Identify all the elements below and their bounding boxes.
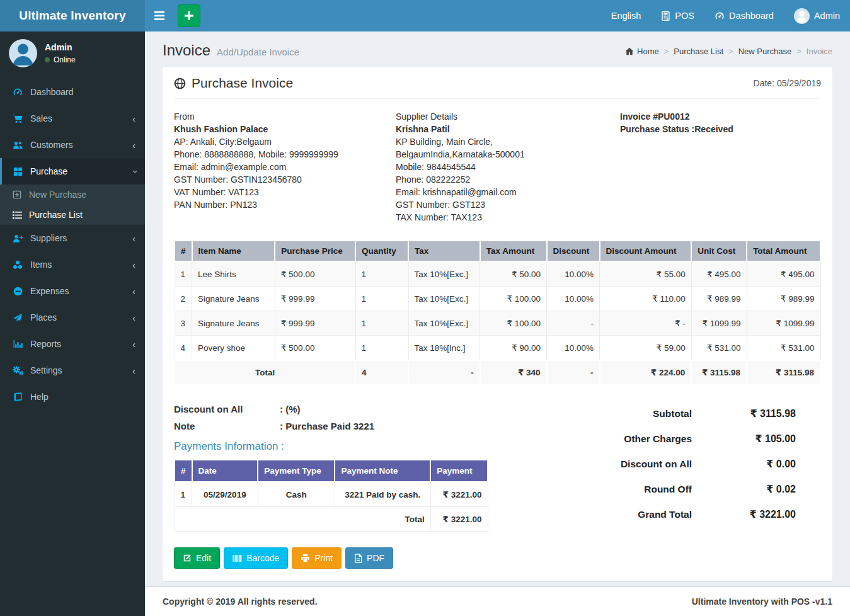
sidebar-item-label: Expenses bbox=[30, 286, 69, 296]
chevron-left-icon: ‹ bbox=[132, 313, 135, 322]
breadcrumb-purchase-list[interactable]: Purchase List bbox=[674, 47, 723, 56]
sidebar-item-items[interactable]: Items ‹ bbox=[0, 251, 145, 278]
sidebar-item-label: Places bbox=[30, 312, 57, 322]
sidebar-user-status: Online bbox=[45, 55, 76, 64]
col-header: Payment Note bbox=[335, 460, 430, 482]
items-table: # Item Name Purchase Price Quantity Tax … bbox=[174, 240, 821, 385]
online-status-label: Online bbox=[54, 55, 76, 64]
sidebar-item-purchase[interactable]: Purchase ‹ bbox=[0, 158, 145, 185]
user-plus-icon bbox=[11, 234, 24, 243]
cell: Signature Jeans bbox=[192, 311, 275, 336]
supplier-line: Mobile: 9844545544 bbox=[396, 161, 619, 173]
sidebar-item-new-purchase[interactable]: New Purchase bbox=[0, 185, 145, 205]
cell: 10.00% bbox=[547, 336, 600, 361]
cart-icon bbox=[11, 114, 24, 123]
cell: ₹ 110.00 bbox=[600, 287, 692, 311]
nav-dashboard-label: Dashboard bbox=[729, 11, 774, 21]
cell: Signature Jeans bbox=[192, 287, 275, 311]
summary-label: Discount on All bbox=[621, 459, 692, 470]
pdf-button[interactable]: PDF bbox=[345, 547, 393, 569]
cell: ₹ 999.99 bbox=[275, 311, 355, 336]
summary-row: Round Off ₹ 0.02 bbox=[569, 483, 796, 495]
chevron-left-icon: ‹ bbox=[132, 366, 135, 375]
col-header: Item Name bbox=[192, 241, 275, 261]
sidebar-item-customers[interactable]: Customers ‹ bbox=[0, 132, 145, 158]
breadcrumb-home-label: Home bbox=[637, 47, 659, 56]
top-navbar: English POS Dashboard Admin bbox=[145, 0, 850, 31]
sidebar-item-reports[interactable]: Reports ‹ bbox=[0, 331, 145, 357]
sidebar-item-label: Customers bbox=[30, 140, 73, 150]
breadcrumb-separator: > bbox=[664, 47, 669, 56]
barcode-button[interactable]: Barcode bbox=[224, 547, 288, 569]
from-line: Phone: 8888888888, Mobile: 9999999999 bbox=[174, 148, 396, 161]
cell: 05/29/2019 bbox=[192, 482, 258, 507]
supplier-block: Supplier Details Krishna Patil KP Buildi… bbox=[396, 110, 619, 224]
sidebar-item-places[interactable]: Places ‹ bbox=[0, 304, 145, 331]
barcode-icon bbox=[233, 554, 242, 562]
cell: 1 bbox=[355, 287, 408, 311]
sidebar-toggle-button[interactable] bbox=[145, 0, 174, 31]
invoice-section-title: Purchase Invoice bbox=[174, 76, 293, 91]
cell: ₹ 55.00 bbox=[600, 261, 692, 287]
sidebar-item-suppliers[interactable]: Suppliers ‹ bbox=[0, 225, 145, 251]
sidebar-item-settings[interactable]: Settings ‹ bbox=[0, 357, 145, 384]
sidebar-item-dashboard[interactable]: Dashboard bbox=[0, 79, 145, 105]
invoice-title-row: Purchase Invoice Date: 05/29/2019 bbox=[174, 76, 821, 99]
supplier-line: Email: krishnapatil@gmail.com bbox=[396, 186, 619, 198]
col-header: Unit Cost bbox=[691, 241, 747, 261]
cell: ₹ 1099.99 bbox=[691, 311, 747, 336]
breadcrumb-current: Invoice bbox=[807, 47, 832, 56]
plus-icon bbox=[185, 11, 193, 20]
supplier-name: Krishna Patil bbox=[396, 123, 619, 135]
breadcrumb-new-purchase[interactable]: New Purchase bbox=[738, 47, 792, 56]
cell: 10.00% bbox=[547, 287, 600, 311]
cell: ₹ 495.00 bbox=[747, 261, 820, 287]
nav-dashboard[interactable]: Dashboard bbox=[704, 0, 784, 31]
sidebar-item-purchase-list[interactable]: Purchase List bbox=[0, 205, 145, 225]
from-line: VAT Number: VAT123 bbox=[174, 186, 396, 198]
user-avatar[interactable] bbox=[9, 39, 37, 67]
nav-language[interactable]: English bbox=[601, 0, 652, 31]
footer-copyright: Copyright © 2019 All rights reserved. bbox=[163, 596, 318, 607]
user-avatar-icon bbox=[794, 8, 810, 24]
sidebar-item-help[interactable]: Help bbox=[0, 384, 145, 410]
col-header: Date bbox=[192, 460, 258, 482]
cell: ₹ 495.00 bbox=[691, 261, 747, 287]
cell: ₹ 989.99 bbox=[691, 287, 747, 311]
col-header: Tax Amount bbox=[480, 241, 547, 261]
cell: ₹ 90.00 bbox=[480, 336, 547, 361]
col-header: Total Amount bbox=[747, 241, 820, 261]
cell: 1 bbox=[175, 482, 192, 507]
cell: 3221 Paid by cash. bbox=[335, 482, 430, 507]
brand-logo[interactable]: Ultimate Inventory bbox=[0, 0, 145, 31]
discount-on-all-label: Discount on All bbox=[174, 404, 280, 414]
supplier-heading: Supplier Details bbox=[396, 110, 619, 123]
edit-button[interactable]: Edit bbox=[174, 547, 220, 569]
chevron-left-icon: ‹ bbox=[132, 234, 135, 243]
col-header: Quantity bbox=[355, 241, 408, 261]
users-icon bbox=[11, 140, 24, 150]
home-icon bbox=[625, 47, 634, 55]
total-tax-amount: ₹ 340 bbox=[480, 360, 547, 384]
sidebar-item-sales[interactable]: Sales ‹ bbox=[0, 105, 145, 132]
quick-add-button[interactable] bbox=[178, 4, 200, 27]
print-button[interactable]: Print bbox=[292, 547, 342, 569]
purchase-status: Purchase Status :Received bbox=[620, 123, 821, 135]
dashboard-icon bbox=[11, 87, 24, 97]
lower-left: Discount on All : (%) Note : Purchase Pa… bbox=[174, 404, 489, 533]
nav-user[interactable]: Admin bbox=[784, 0, 850, 31]
nav-pos[interactable]: POS bbox=[651, 0, 704, 31]
invoice-section-title-label: Purchase Invoice bbox=[192, 76, 293, 91]
sidebar-item-expenses[interactable]: Expenses ‹ bbox=[0, 278, 145, 304]
breadcrumb-home[interactable]: Home bbox=[625, 47, 659, 56]
navbar-right: English POS Dashboard Admin bbox=[601, 0, 850, 31]
chevron-left-icon: ‹ bbox=[132, 287, 135, 296]
sidebar-item-label: Dashboard bbox=[30, 87, 74, 97]
from-heading: From bbox=[174, 110, 396, 123]
book-icon bbox=[11, 392, 24, 401]
plus-square-icon bbox=[11, 190, 23, 199]
cell: 3 bbox=[175, 311, 192, 336]
grid-icon bbox=[11, 167, 24, 176]
page-title: Invoice bbox=[163, 42, 210, 59]
col-header: Tax bbox=[408, 241, 480, 261]
